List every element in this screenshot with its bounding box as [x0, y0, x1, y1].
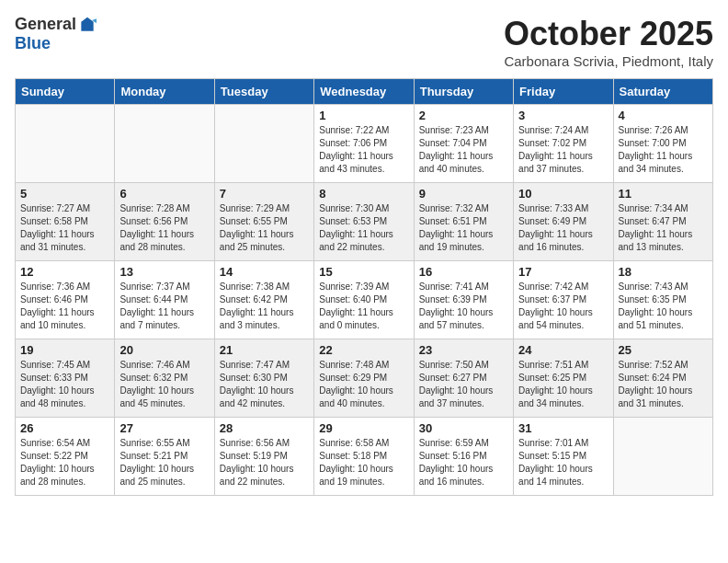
day-info: Sunrise: 7:48 AM Sunset: 6:29 PM Dayligh…: [319, 359, 408, 410]
day-info: Sunrise: 7:47 AM Sunset: 6:30 PM Dayligh…: [220, 359, 309, 410]
calendar-day-cell: 24Sunrise: 7:51 AM Sunset: 6:25 PM Dayli…: [514, 339, 613, 418]
logo: General Blue: [15, 15, 97, 53]
day-number: 24: [518, 343, 608, 357]
calendar-day-cell: 31Sunrise: 7:01 AM Sunset: 5:15 PM Dayli…: [514, 418, 613, 496]
calendar-day-cell: 6Sunrise: 7:28 AM Sunset: 6:56 PM Daylig…: [115, 183, 214, 261]
day-number: 7: [220, 187, 309, 201]
day-info: Sunrise: 7:23 AM Sunset: 7:04 PM Dayligh…: [419, 124, 508, 176]
day-info: Sunrise: 6:55 AM Sunset: 5:21 PM Dayligh…: [119, 437, 209, 488]
day-info: Sunrise: 7:39 AM Sunset: 6:40 PM Dayligh…: [319, 281, 408, 332]
calendar-header-thursday: Thursday: [414, 79, 513, 105]
day-info: Sunrise: 7:41 AM Sunset: 6:39 PM Dayligh…: [419, 281, 508, 332]
day-info: Sunrise: 6:54 AM Sunset: 5:22 PM Dayligh…: [20, 437, 109, 488]
calendar-header-sunday: Sunday: [16, 79, 115, 105]
calendar-header-friday: Friday: [514, 79, 613, 105]
day-info: Sunrise: 7:30 AM Sunset: 6:53 PM Dayligh…: [319, 202, 408, 254]
day-number: 11: [619, 187, 708, 201]
calendar-day-cell: 17Sunrise: 7:42 AM Sunset: 6:37 PM Dayli…: [514, 261, 613, 339]
day-number: 9: [419, 187, 508, 201]
day-info: Sunrise: 7:01 AM Sunset: 5:15 PM Dayligh…: [518, 437, 608, 488]
day-number: 21: [220, 343, 309, 357]
calendar-day-cell: 30Sunrise: 6:59 AM Sunset: 5:16 PM Dayli…: [414, 418, 513, 496]
page-header: General Blue October 2025 Carbonara Scri…: [15, 15, 713, 69]
location-subtitle: Carbonara Scrivia, Piedmont, Italy: [504, 53, 713, 69]
day-number: 26: [20, 421, 109, 435]
calendar-day-cell: 9Sunrise: 7:32 AM Sunset: 6:51 PM Daylig…: [414, 183, 513, 261]
calendar-day-cell: 27Sunrise: 6:55 AM Sunset: 5:21 PM Dayli…: [115, 418, 214, 496]
day-number: 17: [518, 265, 608, 279]
calendar-header-monday: Monday: [115, 79, 214, 105]
calendar-day-cell: 26Sunrise: 6:54 AM Sunset: 5:22 PM Dayli…: [16, 418, 115, 496]
day-number: 15: [319, 265, 408, 279]
day-info: Sunrise: 6:59 AM Sunset: 5:16 PM Dayligh…: [419, 437, 508, 488]
day-info: Sunrise: 7:46 AM Sunset: 6:32 PM Dayligh…: [119, 359, 209, 410]
day-number: 19: [20, 343, 109, 357]
day-number: 10: [518, 187, 608, 201]
day-number: 31: [518, 421, 608, 435]
day-info: Sunrise: 7:50 AM Sunset: 6:27 PM Dayligh…: [419, 359, 508, 410]
calendar-day-cell: [613, 418, 712, 496]
calendar-day-cell: [115, 105, 214, 183]
day-number: 13: [119, 265, 209, 279]
calendar-day-cell: 15Sunrise: 7:39 AM Sunset: 6:40 PM Dayli…: [314, 261, 414, 339]
calendar-day-cell: 20Sunrise: 7:46 AM Sunset: 6:32 PM Dayli…: [115, 339, 214, 418]
day-number: 3: [518, 109, 608, 122]
day-info: Sunrise: 7:36 AM Sunset: 6:46 PM Dayligh…: [20, 281, 109, 332]
day-number: 20: [119, 343, 209, 357]
day-info: Sunrise: 7:29 AM Sunset: 6:55 PM Dayligh…: [220, 202, 309, 254]
day-info: Sunrise: 7:33 AM Sunset: 6:49 PM Dayligh…: [518, 202, 608, 254]
day-number: 25: [619, 343, 708, 357]
calendar-week-row: 5Sunrise: 7:27 AM Sunset: 6:58 PM Daylig…: [16, 183, 713, 261]
day-info: Sunrise: 7:26 AM Sunset: 7:00 PM Dayligh…: [619, 124, 708, 176]
calendar-day-cell: 14Sunrise: 7:38 AM Sunset: 6:42 PM Dayli…: [214, 261, 313, 339]
day-number: 5: [20, 187, 109, 201]
day-number: 28: [220, 421, 309, 435]
day-number: 29: [319, 421, 408, 435]
day-number: 27: [119, 421, 209, 435]
calendar-day-cell: 1Sunrise: 7:22 AM Sunset: 7:06 PM Daylig…: [314, 105, 414, 183]
day-info: Sunrise: 6:58 AM Sunset: 5:18 PM Dayligh…: [319, 437, 408, 488]
calendar-day-cell: 29Sunrise: 6:58 AM Sunset: 5:18 PM Dayli…: [314, 418, 414, 496]
calendar-day-cell: 7Sunrise: 7:29 AM Sunset: 6:55 PM Daylig…: [214, 183, 313, 261]
logo-general-text: General: [15, 15, 76, 34]
day-info: Sunrise: 7:28 AM Sunset: 6:56 PM Dayligh…: [119, 202, 209, 254]
calendar-day-cell: [214, 105, 313, 183]
calendar-day-cell: 11Sunrise: 7:34 AM Sunset: 6:47 PM Dayli…: [613, 183, 712, 261]
day-number: 14: [220, 265, 309, 279]
month-title: October 2025: [504, 15, 713, 53]
day-number: 22: [319, 343, 408, 357]
day-info: Sunrise: 7:22 AM Sunset: 7:06 PM Dayligh…: [319, 124, 408, 176]
day-number: 4: [619, 109, 708, 122]
calendar-day-cell: 5Sunrise: 7:27 AM Sunset: 6:58 PM Daylig…: [16, 183, 115, 261]
calendar-day-cell: 25Sunrise: 7:52 AM Sunset: 6:24 PM Dayli…: [613, 339, 712, 418]
day-number: 16: [419, 265, 508, 279]
calendar-table: SundayMondayTuesdayWednesdayThursdayFrid…: [15, 78, 713, 496]
day-number: 18: [619, 265, 708, 279]
day-number: 12: [20, 265, 109, 279]
calendar-header-tuesday: Tuesday: [214, 79, 313, 105]
calendar-day-cell: 23Sunrise: 7:50 AM Sunset: 6:27 PM Dayli…: [414, 339, 513, 418]
logo-icon: [78, 16, 97, 34]
day-info: Sunrise: 7:45 AM Sunset: 6:33 PM Dayligh…: [20, 359, 109, 410]
day-info: Sunrise: 7:37 AM Sunset: 6:44 PM Dayligh…: [119, 281, 209, 332]
day-number: 23: [419, 343, 508, 357]
day-info: Sunrise: 7:32 AM Sunset: 6:51 PM Dayligh…: [419, 202, 508, 254]
day-number: 1: [319, 109, 408, 122]
calendar-day-cell: 28Sunrise: 6:56 AM Sunset: 5:19 PM Dayli…: [214, 418, 313, 496]
day-info: Sunrise: 7:51 AM Sunset: 6:25 PM Dayligh…: [518, 359, 608, 410]
calendar-header-wednesday: Wednesday: [314, 79, 414, 105]
day-info: Sunrise: 7:34 AM Sunset: 6:47 PM Dayligh…: [619, 202, 708, 254]
day-info: Sunrise: 7:43 AM Sunset: 6:35 PM Dayligh…: [619, 281, 708, 332]
calendar-day-cell: [16, 105, 115, 183]
day-info: Sunrise: 7:24 AM Sunset: 7:02 PM Dayligh…: [518, 124, 608, 176]
title-section: October 2025 Carbonara Scrivia, Piedmont…: [504, 15, 713, 69]
calendar-day-cell: 18Sunrise: 7:43 AM Sunset: 6:35 PM Dayli…: [613, 261, 712, 339]
calendar-day-cell: 8Sunrise: 7:30 AM Sunset: 6:53 PM Daylig…: [314, 183, 414, 261]
calendar-day-cell: 19Sunrise: 7:45 AM Sunset: 6:33 PM Dayli…: [16, 339, 115, 418]
calendar-week-row: 19Sunrise: 7:45 AM Sunset: 6:33 PM Dayli…: [16, 339, 713, 418]
calendar-day-cell: 2Sunrise: 7:23 AM Sunset: 7:04 PM Daylig…: [414, 105, 513, 183]
calendar-week-row: 26Sunrise: 6:54 AM Sunset: 5:22 PM Dayli…: [16, 418, 713, 496]
day-number: 8: [319, 187, 408, 201]
day-info: Sunrise: 7:38 AM Sunset: 6:42 PM Dayligh…: [220, 281, 309, 332]
day-info: Sunrise: 6:56 AM Sunset: 5:19 PM Dayligh…: [220, 437, 309, 488]
